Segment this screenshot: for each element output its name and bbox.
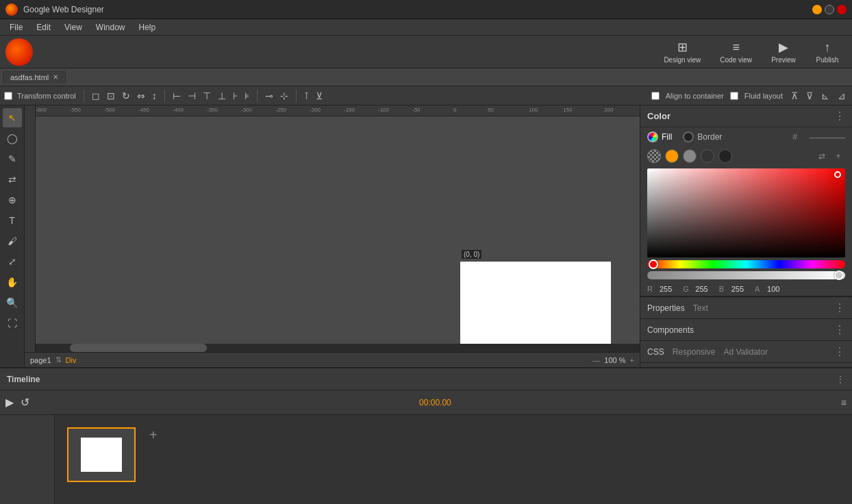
zoom-minus[interactable]: — [592,356,600,364]
tab-filename: asdfas.html [10,73,49,81]
controls-bar: Transform control ◻ ⊡ ↻ ⇔ ↕ ⊢ ⊣ ⊤ ⊥ ⊦ ⊧ … [0,86,852,105]
zoom-plus[interactable]: + [630,356,634,364]
file-tab[interactable]: asdfas.html ✕ [3,71,66,84]
maximize-button[interactable] [825,5,834,14]
timeline-title: Timeline [7,375,40,384]
multi-screen-icon[interactable]: ⊼ [789,90,800,101]
preview-button[interactable]: ▶ Preview [764,37,803,66]
close-button[interactable] [837,5,847,14]
align-right-icon[interactable]: ⊤ [201,90,213,101]
color-gradient-picker[interactable] [647,168,845,257]
align-left-icon[interactable]: ⊢ [171,90,183,101]
code-view-button[interactable]: ≡ Code view [713,38,759,66]
ruler-tick: 0 [453,107,456,113]
menu-help[interactable]: Help [132,21,163,34]
components-menu[interactable]: ⋮ [834,323,845,336]
color-panel-menu[interactable]: ⋮ [834,110,845,123]
window-title: Google Web Designer [23,5,104,14]
hash-line: ———— [810,132,845,142]
pen-tool-button[interactable]: ✎ [3,149,22,168]
transparent-swatch[interactable] [647,149,661,163]
text-tool-button[interactable]: T [3,211,22,230]
a-value[interactable]: 100 [767,285,779,293]
properties-menu[interactable]: ⋮ [834,301,845,314]
b-value[interactable]: 255 [731,285,744,293]
select-tool-icon[interactable]: ◻ [90,90,102,101]
css-menu[interactable]: ⋮ [834,345,845,358]
send-back-icon[interactable]: ⊺ [302,90,311,101]
ruler-tick: -50 [412,107,421,113]
g-value[interactable]: 255 [695,285,707,293]
canvas-content[interactable]: (0, 0) [36,116,640,356]
text-tab[interactable]: Text [693,303,708,313]
css-panel[interactable]: CSS Responsive Ad Validator ⋮ [640,340,852,362]
timeline-settings-button[interactable]: ≡ [841,397,847,408]
bring-forward-icon[interactable]: ⊻ [314,90,325,101]
gray-swatch[interactable] [683,149,697,163]
canvas-element[interactable] [460,262,611,356]
canvas-area[interactable]: -600 -550 -500 -450 -400 -350 -300 -250 … [25,105,640,367]
zoom-tool-button[interactable]: 🔍 [3,293,22,312]
ruler-tick: -600 [36,107,47,113]
dist-h-icon[interactable]: ⊸ [263,90,275,101]
paint-tool-button[interactable]: 🖌 [3,231,22,251]
fullscreen-tool-button[interactable]: ⛶ [3,314,22,333]
border-tab[interactable]: Border [683,131,722,142]
dist-v-icon[interactable]: ⊹ [278,90,290,101]
loop-button[interactable]: ↺ [21,396,29,409]
screen-view-icon[interactable]: ⊽ [804,90,815,101]
chart-icon[interactable]: ↕ [150,90,159,101]
darkest-swatch[interactable] [718,149,732,163]
menu-edit[interactable]: Edit [29,21,58,34]
rotate-tool-icon[interactable]: ↻ [120,90,132,101]
responsive-icon[interactable]: ⊾ [819,90,831,101]
controls-separator-4 [296,90,297,102]
properties-tab[interactable]: Properties [647,303,685,313]
swap-color-button[interactable]: ⇄ [815,149,829,163]
menu-view[interactable]: View [58,21,89,34]
align-to-container-checkbox[interactable] [651,92,660,100]
menu-window[interactable]: Window [89,21,132,34]
flip-h-icon[interactable]: ⇔ [135,90,147,101]
r-value[interactable]: 255 [660,285,672,293]
publish-button[interactable]: ↑ Publish [808,38,847,66]
resize-tool-icon[interactable]: ⊡ [105,90,117,101]
css-tab[interactable]: CSS [647,347,664,357]
play-button[interactable]: ▶ [5,396,14,409]
properties-tabs: Properties Text [647,303,708,313]
resize-tool-button[interactable]: ⤢ [3,252,22,271]
fill-icon [647,131,658,142]
properties-panel[interactable]: Properties Text ⋮ [640,297,852,318]
hscroll-thumb[interactable] [70,344,207,352]
minimize-button[interactable] [812,5,822,14]
transform-tool-button[interactable]: ⇄ [3,170,22,189]
align-center-v-icon[interactable]: ⊦ [231,90,240,101]
grid-icon[interactable]: ⊿ [836,90,848,101]
timeline-frame-1[interactable] [67,427,136,482]
fill-tab[interactable]: Fill [647,131,672,142]
hand-tool-button[interactable]: ✋ [3,273,22,292]
shape-tool-button[interactable]: ◯ [3,129,22,148]
gold-swatch[interactable] [665,149,679,163]
component-tool-button[interactable]: ⊕ [3,190,22,210]
responsive-tab[interactable]: Responsive [673,347,716,357]
add-swatch-button[interactable]: + [831,149,845,163]
canvas-hscroll[interactable] [36,344,640,352]
add-frame-button[interactable]: + [149,427,158,443]
tab-close-icon[interactable]: ✕ [53,73,58,81]
align-bottom-icon[interactable]: ⊧ [242,90,251,101]
design-view-button[interactable]: ⊞ Design view [657,37,707,66]
select-tool-button[interactable]: ↖ [3,108,22,127]
menu-file[interactable]: File [3,21,29,34]
hue-slider[interactable] [647,260,845,268]
alpha-slider[interactable] [647,271,845,279]
components-panel[interactable]: Components ⋮ [640,318,852,340]
status-bar: page1 ⇅ Div — 100 % + [25,352,640,367]
ad-validator-tab[interactable]: Ad Validator [723,347,767,357]
align-center-h-icon[interactable]: ⊣ [186,90,198,101]
align-top-icon[interactable]: ⊥ [216,90,228,101]
transform-control-checkbox[interactable] [4,92,12,100]
fluid-layout-checkbox[interactable] [730,92,738,100]
timeline-menu[interactable]: ⋮ [836,374,845,385]
dark-swatch[interactable] [701,149,714,163]
